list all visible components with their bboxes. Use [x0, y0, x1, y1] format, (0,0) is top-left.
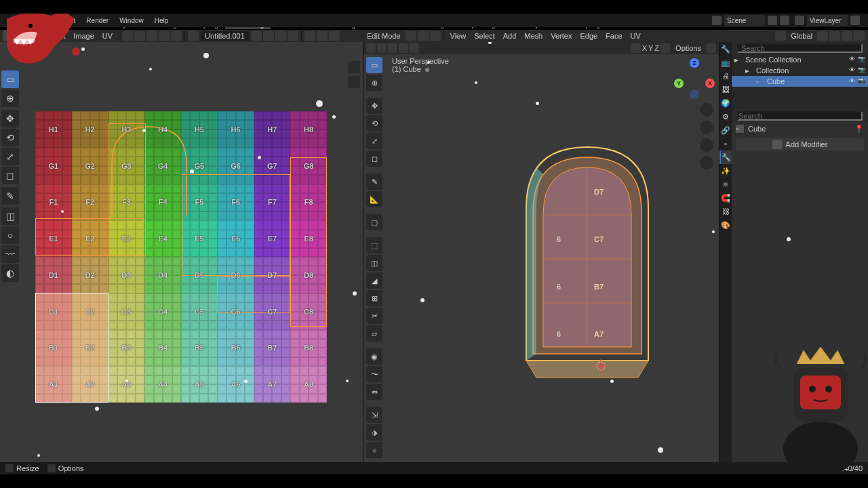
vp-tool-knife[interactable]: ✂: [366, 308, 382, 324]
vp-gizmo-toggle[interactable]: [631, 43, 641, 53]
gizmo-neg-z[interactable]: [690, 89, 699, 99]
uv-selectmode-vert[interactable]: [134, 31, 145, 41]
vp-tool-select[interactable]: ▭: [366, 57, 382, 73]
vp-tool-shear[interactable]: ⬗: [366, 424, 382, 441]
uv-tool-annotate[interactable]: ✎: [1, 187, 19, 205]
vp-tool-shrink[interactable]: ⇲: [366, 407, 382, 423]
vp-orientation[interactable]: Global: [787, 32, 816, 40]
outliner-row-cube[interactable]: ▫Cube👁📷: [732, 76, 868, 87]
vp-menu-uv[interactable]: UV: [627, 32, 645, 40]
add-modifier-button[interactable]: Add Modifier: [736, 138, 864, 150]
props-tab-10[interactable]: ⚛: [719, 178, 732, 191]
uv-menu-uv[interactable]: UV: [98, 32, 117, 40]
scene-selector[interactable]: [712, 15, 789, 26]
uv-image-name[interactable]: Untitled.001: [201, 31, 249, 41]
uv-menu-select[interactable]: Select: [41, 32, 70, 40]
vp-selectmode-b[interactable]: [377, 43, 387, 53]
vp-selectmode-e[interactable]: [410, 43, 419, 53]
viewport-nav-gizmo[interactable]: Z X Y: [674, 58, 715, 99]
vp-selmode-face[interactable]: [430, 31, 441, 41]
scene-new-icon[interactable]: [768, 16, 777, 25]
vp-tool-transform[interactable]: ◻: [366, 150, 382, 167]
uv-image-open[interactable]: [275, 31, 286, 41]
vp-selmode-edge[interactable]: [418, 31, 429, 41]
vp-selectmode-d[interactable]: [399, 43, 408, 53]
uv-tool-rip[interactable]: ◫: [1, 207, 19, 225]
vp-tool-move[interactable]: ✥: [366, 98, 382, 114]
menu-file[interactable]: File: [37, 17, 58, 24]
menu-window[interactable]: Window: [114, 17, 149, 24]
persp-icon[interactable]: [700, 156, 713, 169]
vp-tool-bevel[interactable]: ◢: [366, 272, 382, 289]
vp-prop-toggle[interactable]: [842, 31, 852, 41]
gizmo-y[interactable]: Y: [674, 79, 684, 88]
vp-options-dropdown[interactable]: Options: [671, 44, 705, 52]
uv-menu-view[interactable]: View: [16, 32, 41, 40]
props-tab-4[interactable]: 🌍: [719, 96, 732, 110]
gizmo-z[interactable]: Z: [690, 58, 699, 68]
uv-tool-select[interactable]: ▭: [1, 70, 19, 88]
viewlayer-name-input[interactable]: [807, 15, 848, 26]
uv-tool-transform[interactable]: ◻: [1, 167, 19, 184]
props-tab-12[interactable]: ⛓: [719, 205, 732, 218]
vp-tool-smooth[interactable]: 〜: [366, 366, 382, 382]
gizmo-x[interactable]: X: [705, 79, 715, 88]
vp-tool-rip[interactable]: ⟐: [366, 442, 382, 458]
uv-magnet-icon[interactable]: [348, 61, 360, 73]
vp-menu-vertex[interactable]: Vertex: [547, 32, 576, 40]
uv-selectmode-island[interactable]: [171, 31, 182, 41]
vp-selectmode-a[interactable]: [366, 43, 376, 53]
vp-selectmode-c[interactable]: [388, 43, 397, 53]
vp-tool-scale[interactable]: ⤢: [366, 133, 382, 149]
menu-help[interactable]: Help: [149, 17, 174, 24]
pan-icon[interactable]: [700, 121, 713, 134]
vp-menu-edge[interactable]: Edge: [576, 32, 601, 40]
viewlayer-new-icon[interactable]: [850, 16, 860, 25]
menu-edit[interactable]: Edit: [58, 17, 81, 24]
vp-orientation-icon[interactable]: [775, 31, 786, 41]
props-object-name[interactable]: Cube: [748, 125, 766, 133]
uv-snap-icon[interactable]: [317, 31, 328, 41]
vp-mode-select[interactable]: Edit Mode: [363, 32, 405, 40]
vp-prop-menu[interactable]: [854, 31, 865, 41]
uv-editor-icon[interactable]: [3, 30, 14, 41]
vp-tool-edgeslide[interactable]: ⇔: [366, 384, 382, 400]
scene-name-input[interactable]: [724, 15, 765, 26]
props-tab-3[interactable]: 🖼: [719, 83, 732, 96]
outliner[interactable]: ▸Scene Collection👁📷▸Collection👁📷▫Cube👁📷: [732, 42, 868, 110]
vp-tool-addcube[interactable]: ▢: [366, 214, 382, 230]
vp-tool-extrude[interactable]: ⬚: [366, 237, 382, 253]
uv-selectmode-edge[interactable]: [146, 31, 157, 41]
uv-tool-pinch[interactable]: ◐: [1, 264, 19, 282]
uv-display-icon[interactable]: [348, 76, 360, 88]
uv-image-new[interactable]: [263, 31, 274, 41]
uv-editor[interactable]: ▭ ⊕ ✥ ⟲ ⤢ ◻ ✎ ◫ ○ 〰 ◐ H1H2H3H4H5H6H7H8G1…: [0, 42, 363, 462]
outliner-row-scene-collection[interactable]: ▸Scene Collection👁📷: [732, 54, 868, 65]
uv-image-icon[interactable]: [188, 31, 199, 41]
uv-prop-edit-icon[interactable]: [329, 31, 340, 41]
uv-tool-cursor[interactable]: ⊕: [1, 89, 19, 107]
uv-image-unlink[interactable]: [288, 31, 298, 41]
menu-render[interactable]: Render: [81, 17, 114, 24]
props-tab-7[interactable]: ▫: [719, 137, 732, 150]
vp-tool-annotate[interactable]: ✎: [366, 174, 382, 190]
uv-image-browse[interactable]: [251, 31, 262, 41]
vp-tool-loopcut[interactable]: ⊞: [366, 290, 382, 306]
vp-menu-mesh[interactable]: Mesh: [520, 32, 547, 40]
props-tab-5[interactable]: ⚙: [719, 110, 732, 123]
vp-menu-select[interactable]: Select: [470, 32, 499, 40]
uv-tool-move[interactable]: ✥: [1, 110, 19, 127]
vp-snap-toggle[interactable]: [817, 31, 828, 41]
vp-tool-cursor[interactable]: ⊕: [366, 75, 382, 91]
camera-icon[interactable]: [700, 138, 713, 152]
3d-viewport[interactable]: X Y Z Options ▭ ⊕ ✥ ⟲ ⤢ ◻ ✎ 📐 ▢ ⬚ ◫ ◢ ⊞ …: [363, 42, 719, 462]
props-tab-0[interactable]: 🔧: [719, 42, 732, 56]
props-tab-8[interactable]: 🔧: [719, 150, 732, 164]
uv-tool-grab[interactable]: ○: [1, 226, 19, 244]
props-tab-6[interactable]: 🔗: [719, 123, 732, 137]
vp-tool-spin[interactable]: ◉: [366, 348, 382, 365]
outliner-search[interactable]: [737, 43, 863, 53]
vp-overlay-toggle[interactable]: [660, 43, 670, 53]
outliner-row-collection[interactable]: ▸Collection👁📷: [732, 65, 868, 76]
props-tab-11[interactable]: 🧲: [719, 191, 732, 205]
